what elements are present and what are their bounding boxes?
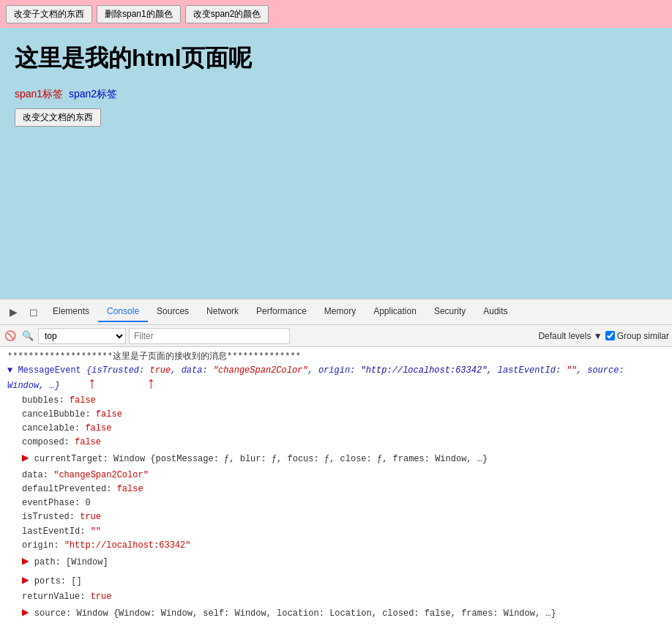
red-arrow-2: ↑ <box>146 378 156 391</box>
tab-audits[interactable]: Audits <box>474 302 516 322</box>
span-container: span1标签 span2标签 <box>15 88 657 101</box>
devtools-panel: ▶ ◻ Elements Console Sources Network Per… <box>0 299 672 626</box>
context-select[interactable]: top <box>38 328 126 344</box>
prop-ports[interactable]: ▶ ports: [] <box>20 572 666 591</box>
console-msg-event-header[interactable]: ▼ MessageEvent {isTrusted: true, data: "… <box>6 364 666 393</box>
group-similar-checkbox[interactable] <box>605 331 615 340</box>
tab-security[interactable]: Security <box>425 302 474 322</box>
change-child-doc-button[interactable]: 改变子文档的东西 <box>6 5 92 23</box>
inspect-element-icon[interactable]: ▶ <box>3 302 23 322</box>
group-similar-text: Group similar <box>617 331 669 341</box>
prop-event-phase: eventPhase: 0 <box>20 496 666 510</box>
prop-data: data: "changeSpan2Color" <box>20 469 666 482</box>
devtools-tab-bar: ▶ ◻ Elements Console Sources Network Per… <box>0 299 672 325</box>
span2-label: span2标签 <box>69 88 117 100</box>
tab-console[interactable]: Console <box>98 302 148 322</box>
tab-application[interactable]: Application <box>365 302 425 322</box>
prop-current-target[interactable]: ▶ currentTarget: Window {postMessage: ƒ,… <box>20 450 666 469</box>
tab-elements[interactable]: Elements <box>44 302 98 322</box>
clear-console-icon[interactable]: 🚫 <box>3 329 18 343</box>
console-stars-line: ********************这里是子页面的接收到的消息*******… <box>6 350 666 364</box>
filter-input[interactable] <box>129 328 290 344</box>
prop-default-prevented: defaultPrevented: false <box>20 482 666 496</box>
prop-cancelable: cancelable: false <box>20 422 666 436</box>
console-toolbar: 🚫 🔍 top Default levels ▼ Group similar <box>0 325 672 347</box>
top-toolbar: 改变子文档的东西 删除span1的颜色 改变span2的颜色 <box>0 0 672 28</box>
prop-cancel-bubble: cancelBubble: false <box>20 408 666 422</box>
console-output[interactable]: ********************这里是子页面的接收到的消息*******… <box>0 347 672 626</box>
tab-memory[interactable]: Memory <box>316 302 365 322</box>
prop-last-event-id: lastEventId: "" <box>20 525 666 539</box>
prop-src-element[interactable]: ▶ srcElement: Window {postMessage: ƒ, bl… <box>20 623 666 626</box>
filter-icon[interactable]: 🔍 <box>20 329 35 343</box>
default-levels-button[interactable]: Default levels ▼ <box>538 331 602 341</box>
page-heading: 这里是我的html页面呢 <box>15 42 657 75</box>
prop-path[interactable]: ▶ path: [Window] <box>20 553 666 572</box>
span1-label: span1标签 <box>15 88 63 100</box>
tab-performance[interactable]: Performance <box>247 302 316 322</box>
prop-origin: origin: "http://localhost:63342" <box>20 539 666 553</box>
delete-span1-color-button[interactable]: 删除span1的颜色 <box>97 5 181 23</box>
tab-network[interactable]: Network <box>198 302 247 322</box>
tab-sources[interactable]: Sources <box>148 302 198 322</box>
prop-source[interactable]: ▶ source: Window {Window: Window, self: … <box>20 604 666 623</box>
main-page: 这里是我的html页面呢 span1标签 span2标签 改变父文档的东西 <box>0 28 672 299</box>
prop-composed: composed: false <box>20 436 666 450</box>
device-toolbar-icon[interactable]: ◻ <box>23 302 44 322</box>
group-similar-label[interactable]: Group similar <box>605 331 669 341</box>
change-parent-doc-button[interactable]: 改变父文档的东西 <box>15 108 101 127</box>
prop-bubbles: bubbles: false <box>20 394 666 408</box>
prop-is-trusted: isTrusted: true <box>20 510 666 524</box>
change-span2-color-button[interactable]: 改变span2的颜色 <box>185 5 269 23</box>
prop-return-value: returnValue: true <box>20 590 666 604</box>
red-arrow-1: ↑ <box>87 378 97 391</box>
